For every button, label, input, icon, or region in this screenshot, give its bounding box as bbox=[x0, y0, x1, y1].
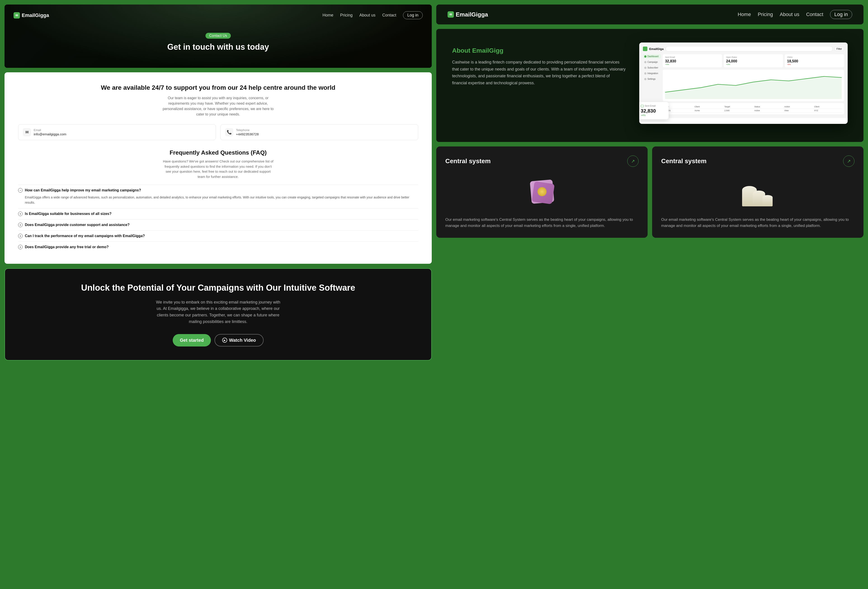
floating-change: +4% bbox=[641, 114, 665, 117]
play-icon: ▶ bbox=[222, 338, 227, 342]
faq-header-3[interactable]: + Can I track the performance of my emai… bbox=[18, 234, 418, 238]
left-navbar: ✉ EmailGigga Home Pricing About us Conta… bbox=[13, 11, 423, 19]
email-value: info@emailgigga.com bbox=[34, 132, 66, 136]
contact-hero-title: Get in touch with us today bbox=[13, 42, 423, 52]
central-card-header-1: Central system ↗ bbox=[661, 155, 855, 167]
contact-section-title: We are available 24/7 to support you fro… bbox=[18, 84, 418, 92]
dashboard-chart bbox=[663, 69, 844, 101]
dashboard-container: EmailGiga Filter DashboardCampaignSubscr… bbox=[639, 43, 848, 124]
cta-title: Unlock the Potential of Your Campaigns w… bbox=[16, 282, 420, 293]
faq-answer-0: EmailGigga offers a wide range of advanc… bbox=[18, 195, 418, 205]
right-login-button[interactable]: Log in bbox=[830, 10, 852, 19]
watch-video-button[interactable]: ▶ Watch Video bbox=[214, 334, 264, 347]
central-card-header-0: Central system ↗ bbox=[445, 155, 639, 167]
logo-icon: ✉ bbox=[13, 12, 20, 19]
central-card-image-0 bbox=[524, 174, 560, 210]
floating-label: Sent Email bbox=[641, 105, 665, 107]
get-started-button[interactable]: Get started bbox=[173, 334, 211, 347]
faq-item-3: + Can I track the performance of my emai… bbox=[18, 230, 418, 241]
faq-question-0: How can EmailGigga help improve my email… bbox=[25, 188, 141, 192]
faq-header-4[interactable]: + Does EmailGigga provide any free trial… bbox=[18, 245, 418, 249]
about-description: Cashwise is a leading fintech company de… bbox=[452, 59, 626, 86]
right-column: About EmailGigg Cashwise is a leading fi… bbox=[436, 4, 864, 470]
right-nav-links: Home Pricing About us Contact Log in bbox=[738, 10, 852, 19]
col-action: Action bbox=[784, 106, 812, 108]
faq-toggle-icon-0: − bbox=[18, 188, 23, 193]
sidebar-item-dashboard[interactable]: Dashboard bbox=[643, 54, 661, 59]
dashboard-header: EmailGiga Filter bbox=[643, 46, 844, 52]
sidebar-item-subscriber[interactable]: Subscriber bbox=[643, 65, 661, 70]
faq-question-1: Is EmailGigga suitable for businesses of… bbox=[25, 212, 111, 216]
central-card-arrow-1[interactable]: ↗ bbox=[843, 155, 855, 167]
dashboard-stats: Sent Email 32,830 +4% Open Rates 24,000 … bbox=[663, 54, 844, 67]
phone-info-box: 📞 Telephone +44923536728 bbox=[220, 124, 418, 140]
col-date: Date bbox=[664, 106, 692, 108]
logo-text: EmailGigga bbox=[22, 12, 49, 18]
right-nav-home[interactable]: Home bbox=[738, 12, 751, 18]
faq-header-1[interactable]: + Is EmailGigga suitable for businesses … bbox=[18, 211, 418, 216]
phone-label: Telephone bbox=[236, 128, 259, 132]
sidebar-item-settings[interactable]: Settings bbox=[643, 77, 661, 81]
phone-info-text: Telephone +44923536728 bbox=[236, 128, 259, 136]
contact-section-subtitle: Our team is eager to assist you with any… bbox=[162, 95, 275, 117]
faq-list: − How can EmailGigga help improve my ema… bbox=[18, 185, 418, 252]
sidebar-dot-2 bbox=[644, 67, 647, 69]
about-dashboard: EmailGiga Filter DashboardCampaignSubscr… bbox=[639, 43, 848, 124]
right-logo-icon: ✉ bbox=[447, 11, 454, 18]
faq-item-4: + Does EmailGigga provide any free trial… bbox=[18, 241, 418, 252]
stat-change-2: -5% bbox=[787, 63, 842, 65]
nav-pricing[interactable]: Pricing bbox=[340, 13, 353, 18]
sidebar-dot-0 bbox=[644, 55, 647, 58]
dashboard-filter[interactable]: Filter bbox=[834, 47, 844, 51]
right-nav-about[interactable]: About us bbox=[779, 12, 799, 18]
central-system-row: Central system ↗ Our email marketing sof… bbox=[436, 146, 864, 238]
cta-buttons: Get started ▶ Watch Video bbox=[16, 334, 420, 347]
faq-item-1: + Is EmailGigga suitable for businesses … bbox=[18, 208, 418, 219]
cta-subtitle: We invite you to embark on this exciting… bbox=[156, 299, 280, 325]
central-card-arrow-0[interactable]: ↗ bbox=[627, 155, 639, 167]
nav-links: Home Pricing About us Contact Log in bbox=[323, 11, 423, 19]
phone-value: +44923536728 bbox=[236, 132, 259, 136]
faq-toggle-icon-4: + bbox=[18, 245, 23, 249]
floating-stats-card: Sent Email 32,830 +4% bbox=[639, 102, 669, 120]
faq-toggle-icon-1: + bbox=[18, 211, 23, 216]
stat-label-0: Sent Email bbox=[665, 56, 720, 58]
cylinders-shape bbox=[741, 177, 775, 206]
central-card-1: Central system ↗ Our email marketing sof… bbox=[652, 146, 864, 238]
nav-contact[interactable]: Contact bbox=[382, 13, 396, 18]
central-card-image-1 bbox=[740, 174, 776, 210]
dashboard-search[interactable] bbox=[666, 46, 833, 52]
cta-card: Unlock the Potential of Your Campaigns w… bbox=[4, 268, 432, 360]
dashboard-logo-sm bbox=[643, 47, 647, 51]
central-card-desc-1: Our email marketing software's Central S… bbox=[661, 217, 855, 229]
sidebar-item-integration[interactable]: Integration bbox=[643, 71, 661, 75]
central-card-title-0: Central system bbox=[445, 158, 491, 165]
right-nav-pricing[interactable]: Pricing bbox=[758, 12, 773, 18]
dashboard-logo-text: EmailGiga bbox=[649, 47, 664, 51]
faq-subtitle: Have questions? We've got answers! Check… bbox=[162, 159, 275, 179]
stat-change-1: +3% bbox=[726, 63, 781, 65]
table-data-row: Jan 01 Acme 2,500 Active View XYZ bbox=[664, 109, 842, 112]
faq-header-2[interactable]: + Does EmailGigga provide customer suppo… bbox=[18, 223, 418, 227]
dashboard-table: Date Client Target Status Action Client … bbox=[663, 103, 844, 114]
stat-card-2: Clicks 18,500 -5% bbox=[785, 54, 844, 67]
right-nav-contact[interactable]: Contact bbox=[806, 12, 823, 18]
faq-title: Frequently Asked Questions (FAQ) bbox=[18, 149, 418, 156]
faq-item-2: + Does EmailGigga provide customer suppo… bbox=[18, 219, 418, 230]
stat-card-1: Open Rates 24,000 +3% bbox=[724, 54, 783, 67]
contact-info-section: We are available 24/7 to support you fro… bbox=[4, 72, 432, 264]
nav-home[interactable]: Home bbox=[323, 13, 334, 18]
nav-about[interactable]: About us bbox=[359, 13, 375, 18]
faq-header-0[interactable]: − How can EmailGigga help improve my ema… bbox=[18, 188, 418, 193]
table-header-row: Date Client Target Status Action Client bbox=[664, 105, 842, 109]
stat-value-1: 24,000 bbox=[726, 59, 781, 63]
stat-value-2: 18,500 bbox=[787, 59, 842, 63]
watch-video-label: Watch Video bbox=[229, 338, 256, 343]
sidebar-item-campaign[interactable]: Campaign bbox=[643, 60, 661, 64]
about-text: About EmailGigg Cashwise is a leading fi… bbox=[452, 43, 626, 86]
right-logo-text: EmailGigga bbox=[456, 11, 488, 18]
stat-card-0: Sent Email 32,830 +4% bbox=[663, 54, 722, 67]
login-button[interactable]: Log in bbox=[403, 11, 423, 19]
sidebar-dot-3 bbox=[644, 72, 647, 75]
faq-question-4: Does EmailGigga provide any free trial o… bbox=[25, 245, 109, 249]
